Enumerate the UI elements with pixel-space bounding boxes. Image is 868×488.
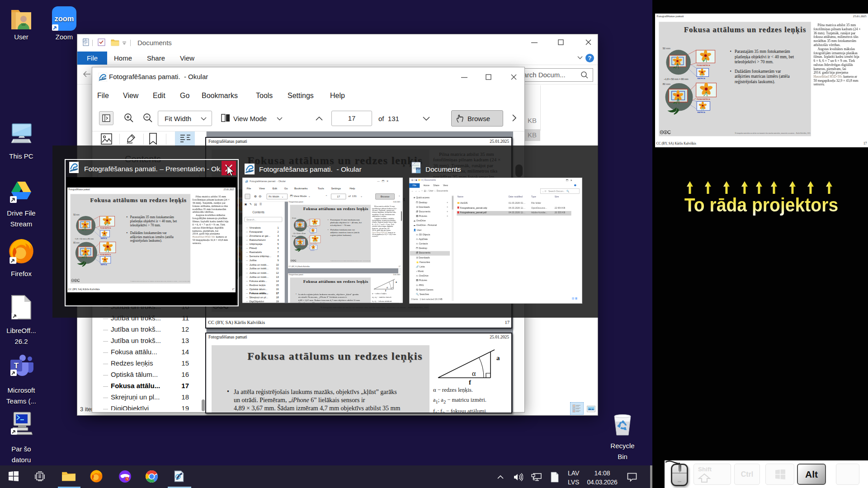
svg-text:PILNA MATRICA: PILNA MATRICA [100,254,111,256]
svg-text:MATRICA: MATRICA [698,78,706,80]
svg-text:PILNA MATRICA: PILNA MATRICA [697,99,710,100]
svg-text:80 mm: 80 mm [663,83,670,85]
svg-text:50 mm: 50 mm [292,217,297,219]
svg-text:a: a [396,281,397,283]
svg-text:50 mm: 50 mm [73,214,80,216]
svg-text:~1,8 × 50 mm = 80 mm: ~1,8 × 50 mm = 80 mm [664,78,689,80]
svg-text:MATRICA: MATRICA [311,250,315,251]
svg-text:cc: cc [72,280,74,282]
svg-text:MATRICA: MATRICA [101,238,107,239]
svg-text:f: f [469,379,472,385]
svg-text:α: α [472,370,476,377]
svg-text:50 mm: 50 mm [663,47,670,50]
svg-text:zoom: zoom [54,14,74,23]
svg-text:MATRICA: MATRICA [101,264,107,266]
svg-text:PILNA MATRICA: PILNA MATRICA [310,226,317,227]
svg-text:~1,8 × 50 mm = 80 mm: ~1,8 × 50 mm = 80 mm [292,233,306,235]
svg-text:PILNA MATRICA: PILNA MATRICA [697,65,710,66]
svg-text:80 mm: 80 mm [292,235,297,237]
svg-text:T: T [14,361,19,370]
svg-text:α: α [387,286,388,289]
svg-text:MATRICA: MATRICA [698,112,706,113]
svg-text:PILNA MATRICA: PILNA MATRICA [100,227,111,229]
svg-text:a: a [496,354,500,361]
svg-text:PILNA MATRICA: PILNA MATRICA [310,244,317,244]
svg-text:cc: cc [660,131,663,133]
svg-text:~1,8 × 50 mm = 80 mm: ~1,8 × 50 mm = 80 mm [74,238,94,240]
svg-text:80 mm: 80 mm [73,242,80,244]
svg-text:MATRICA: MATRICA [311,233,315,234]
